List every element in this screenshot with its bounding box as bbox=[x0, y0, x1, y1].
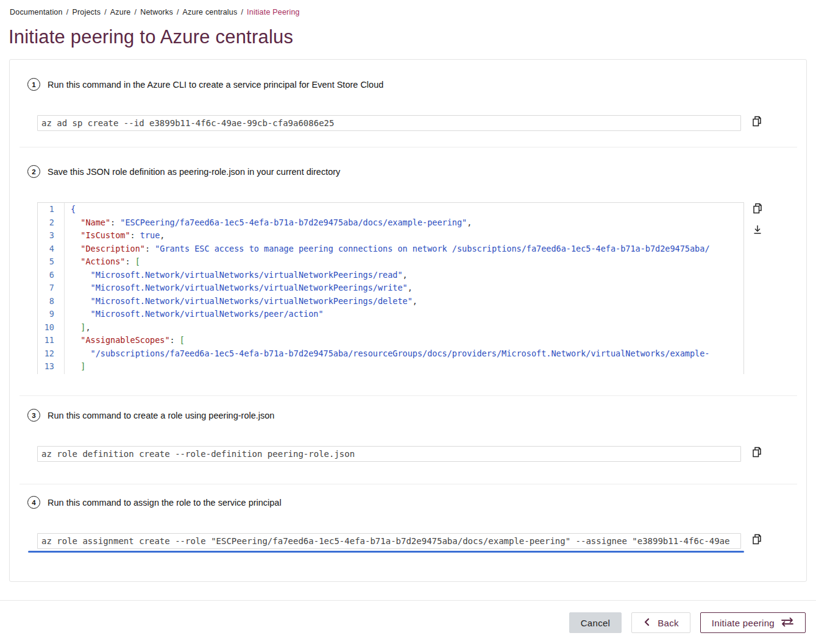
code-editor-actions bbox=[751, 202, 764, 237]
breadcrumb-link-azure[interactable]: Azure bbox=[110, 8, 131, 16]
copy-icon bbox=[751, 533, 763, 547]
section-divider bbox=[20, 147, 797, 147]
page-title: Initiate peering to Azure centralus bbox=[9, 26, 816, 48]
breadcrumb-separator: / bbox=[104, 8, 107, 16]
code-line: 8 "Microsoft.Network/virtualNetworks/vir… bbox=[38, 295, 743, 308]
breadcrumb-separator: / bbox=[66, 8, 69, 16]
step-3-number: 3 bbox=[27, 409, 40, 422]
line-number: 11 bbox=[38, 334, 65, 347]
download-code-button[interactable] bbox=[751, 224, 764, 237]
footer-actions: Cancel Back Initiate peering bbox=[0, 601, 816, 633]
back-button-label: Back bbox=[658, 618, 679, 628]
command-row-4 bbox=[37, 533, 764, 549]
copy-code-button[interactable] bbox=[751, 202, 764, 216]
horizontal-scrollbar[interactable] bbox=[28, 551, 744, 553]
chevron-left-icon bbox=[643, 618, 651, 628]
breadcrumb-current: Initiate Peering bbox=[247, 8, 300, 16]
code-editor[interactable]: 1{2 "Name": "ESCPeering/fa7eed6a-1ec5-4e… bbox=[37, 202, 744, 374]
line-number: 2 bbox=[38, 216, 65, 230]
code-line: 3 "IsCustom": true, bbox=[38, 229, 743, 242]
line-number: 12 bbox=[38, 347, 65, 361]
line-number: 14 bbox=[38, 373, 65, 375]
code-line: 10 ], bbox=[38, 321, 743, 334]
code-line: 5 "Actions": [ bbox=[38, 255, 743, 269]
step-2-text: Save this JSON role definition as peerin… bbox=[48, 167, 340, 177]
line-number: 5 bbox=[38, 255, 65, 269]
breadcrumb: Documentation/Projects/Azure/Networks/Az… bbox=[0, 0, 816, 16]
copy-button-1[interactable] bbox=[750, 115, 764, 129]
line-number: 4 bbox=[38, 242, 65, 256]
step-3-text: Run this command to create a role using … bbox=[48, 411, 274, 420]
copy-icon bbox=[751, 115, 763, 129]
line-number: 1 bbox=[38, 203, 65, 216]
copy-button-3[interactable] bbox=[750, 446, 764, 459]
code-line: 7 "Microsoft.Network/virtualNetworks/vir… bbox=[38, 281, 743, 295]
breadcrumb-link-networks[interactable]: Networks bbox=[140, 8, 173, 16]
code-line: 1{ bbox=[38, 203, 743, 216]
breadcrumb-link-azure-centralus[interactable]: Azure centralus bbox=[183, 8, 238, 16]
section-divider bbox=[20, 484, 797, 484]
back-button[interactable]: Back bbox=[631, 612, 690, 633]
cancel-button[interactable]: Cancel bbox=[569, 612, 622, 633]
breadcrumb-link-projects[interactable]: Projects bbox=[72, 8, 101, 16]
step-2-number: 2 bbox=[27, 165, 40, 178]
step-3: 3 Run this command to create a role usin… bbox=[27, 409, 274, 422]
code-line: 11 "AssignableScopes": [ bbox=[38, 334, 743, 347]
code-line: 14} bbox=[38, 373, 743, 375]
initiate-peering-button-label: Initiate peering bbox=[712, 618, 775, 628]
breadcrumb-link-documentation[interactable]: Documentation bbox=[10, 8, 63, 16]
command-input-4[interactable] bbox=[37, 533, 741, 549]
copy-icon bbox=[751, 202, 764, 216]
breadcrumb-separator: / bbox=[134, 8, 137, 16]
code-line: 13 ] bbox=[38, 360, 743, 373]
step-1-number: 1 bbox=[27, 78, 40, 91]
step-4-text: Run this command to assign the role to t… bbox=[48, 498, 282, 508]
line-number: 6 bbox=[38, 269, 65, 282]
step-4-number: 4 bbox=[27, 496, 40, 509]
line-number: 9 bbox=[38, 308, 65, 321]
swap-arrows-icon bbox=[781, 617, 794, 629]
step-1-text: Run this command in the Azure CLI to cre… bbox=[48, 80, 383, 90]
command-row-3 bbox=[37, 446, 764, 462]
line-number: 3 bbox=[38, 229, 65, 242]
line-number: 8 bbox=[38, 295, 65, 308]
step-4: 4 Run this command to assign the role to… bbox=[27, 496, 282, 509]
code-line: 12 "/subscriptions/fa7eed6a-1ec5-4efa-b7… bbox=[38, 347, 743, 361]
step-1: 1 Run this command in the Azure CLI to c… bbox=[27, 78, 383, 91]
command-row-1 bbox=[37, 115, 764, 131]
code-line: 2 "Name": "ESCPeering/fa7eed6a-1ec5-4efa… bbox=[38, 216, 743, 230]
line-number: 13 bbox=[38, 360, 65, 373]
download-icon bbox=[751, 224, 764, 238]
breadcrumb-separator: / bbox=[177, 8, 179, 16]
copy-button-4[interactable] bbox=[750, 533, 764, 547]
initiate-peering-button[interactable]: Initiate peering bbox=[700, 612, 806, 633]
code-line: 6 "Microsoft.Network/virtualNetworks/vir… bbox=[38, 269, 743, 282]
section-divider bbox=[20, 395, 797, 396]
line-number: 7 bbox=[38, 281, 65, 295]
code-lines: 1{2 "Name": "ESCPeering/fa7eed6a-1ec5-4e… bbox=[38, 203, 743, 374]
command-input-1[interactable] bbox=[37, 115, 741, 131]
command-input-3[interactable] bbox=[37, 446, 741, 462]
copy-icon bbox=[751, 446, 763, 460]
cancel-button-label: Cancel bbox=[581, 618, 611, 628]
breadcrumb-separator: / bbox=[241, 8, 243, 16]
line-number: 10 bbox=[38, 321, 65, 334]
code-line: 9 "Microsoft.Network/virtualNetworks/pee… bbox=[38, 308, 743, 321]
code-line: 4 "Description": "Grants ESC access to m… bbox=[38, 242, 743, 256]
step-2: 2 Save this JSON role definition as peer… bbox=[27, 165, 340, 178]
peering-wizard-card: 1 Run this command in the Azure CLI to c… bbox=[9, 59, 807, 582]
